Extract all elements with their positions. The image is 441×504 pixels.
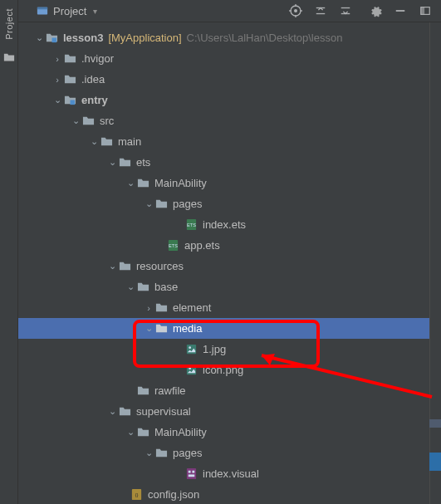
tree-label: MainAbility: [154, 426, 207, 438]
tree-label: pages: [173, 198, 202, 210]
tree-label: icon.png: [203, 364, 243, 376]
visual-file-icon: [184, 467, 198, 480]
chevron-down-icon[interactable]: ⌄: [143, 323, 154, 334]
tree-item-mainability[interactable]: ⌄ MainAbility: [18, 173, 441, 193]
minimize-icon[interactable]: [393, 3, 408, 18]
svg-rect-27: [192, 471, 194, 473]
svg-text:{}: {}: [135, 492, 138, 497]
svg-rect-26: [188, 471, 190, 473]
chevron-down-icon[interactable]: ⌄: [125, 427, 136, 438]
tree-item-resources[interactable]: ⌄ resources: [18, 256, 441, 276]
tree-label: 1.jpg: [203, 343, 226, 355]
tree-item-indexvisual[interactable]: · index.visual: [18, 463, 441, 484]
tree-item-media[interactable]: ⌄ media: [18, 318, 441, 339]
collapse-all-icon[interactable]: [338, 3, 353, 18]
svg-rect-21: [186, 345, 195, 354]
folder-icon: [154, 322, 168, 335]
svg-text:ETS: ETS: [169, 243, 178, 248]
folder-icon[interactable]: [3, 51, 15, 66]
project-view-title: Project: [53, 5, 86, 17]
tree-item-ets[interactable]: ⌄ ets: [18, 152, 441, 173]
folder-icon: [100, 135, 113, 148]
chevron-down-icon[interactable]: ⌄: [106, 406, 118, 417]
tree-item-supervisual[interactable]: ⌄ supervisual: [18, 401, 441, 422]
tree-label: index.visual: [203, 467, 259, 480]
tree-root[interactable]: ⌄ lesson3 [MyApplication] C:\Users\LalHa…: [18, 27, 441, 48]
tree-item-configjson[interactable]: · {} config.json: [18, 484, 441, 504]
project-tool-gutter[interactable]: Project: [0, 0, 18, 504]
folder-icon: [63, 73, 76, 86]
folder-icon: [154, 198, 168, 210]
chevron-down-icon[interactable]: ⌄: [143, 198, 154, 209]
chevron-down-icon[interactable]: ⌄: [106, 261, 118, 272]
tree-item-element[interactable]: › element: [18, 297, 441, 318]
root-name: lesson3: [63, 32, 103, 44]
svg-rect-23: [186, 365, 195, 374]
folder-icon: [136, 426, 149, 438]
tree-label: config.json: [148, 488, 199, 501]
svg-rect-14: [421, 7, 424, 15]
folder-icon: [136, 177, 149, 189]
chevron-down-icon[interactable]: ⌄: [33, 32, 45, 43]
project-view-selector[interactable]: Project ▾: [37, 5, 97, 17]
tree-item-iconpng[interactable]: · icon.png: [18, 360, 441, 380]
tree-label: index.ets: [203, 218, 246, 231]
chevron-down-icon[interactable]: ⌄: [125, 178, 136, 188]
tree-label: supervisual: [136, 405, 191, 418]
chevron-down-icon[interactable]: ⌄: [70, 115, 81, 126]
chevron-down-icon[interactable]: ⌄: [51, 95, 63, 105]
folder-icon: [118, 260, 131, 272]
module-icon: [45, 32, 58, 44]
tree-item-appets[interactable]: · ETS app.ets: [18, 235, 441, 256]
tree-label: app.ets: [184, 239, 220, 252]
tree-label: src: [100, 115, 114, 127]
chevron-right-icon[interactable]: ›: [51, 54, 63, 64]
chevron-down-icon[interactable]: ⌄: [88, 136, 100, 147]
chevron-right-icon[interactable]: ›: [143, 303, 154, 313]
tree-label: main: [118, 135, 141, 148]
project-tool-label: Project: [4, 8, 14, 40]
image-file-icon: [184, 343, 198, 355]
json-file-icon: {}: [130, 488, 143, 501]
folder-icon: [63, 52, 76, 65]
scroll-marker: [429, 419, 441, 428]
tree-label: entry: [81, 94, 108, 106]
tree-label: ets: [136, 156, 150, 169]
chevron-down-icon[interactable]: ⌄: [143, 448, 154, 458]
tree-item-base[interactable]: ⌄ base: [18, 276, 441, 297]
tree-label: rawfile: [154, 384, 186, 397]
image-file-icon: [184, 364, 198, 376]
tree-item-main[interactable]: ⌄ main: [18, 131, 441, 152]
tree-label: MainAbility: [154, 177, 207, 189]
svg-rect-28: [188, 474, 194, 477]
chevron-down-icon[interactable]: ⌄: [106, 157, 118, 168]
folder-icon: [154, 447, 168, 459]
tree-item-hvigor[interactable]: › .hvigor: [18, 48, 441, 69]
tree-item-pages2[interactable]: ⌄ pages: [18, 443, 441, 463]
tree-item-src[interactable]: ⌄ src: [18, 110, 441, 131]
tree-label: .hvigor: [81, 52, 114, 65]
tree-label: media: [173, 322, 202, 335]
tree-item-entry[interactable]: ⌄ entry: [18, 90, 441, 110]
tree-item-rawfile[interactable]: · rawfile: [18, 380, 441, 401]
svg-rect-1: [37, 7, 47, 10]
tree-item-indexets[interactable]: · ETS index.ets: [18, 214, 441, 235]
chevron-down-icon[interactable]: ⌄: [125, 281, 136, 292]
tree-item-pages[interactable]: ⌄ pages: [18, 193, 441, 214]
tree-item-1jpg[interactable]: · 1.jpg: [18, 339, 441, 360]
project-tree[interactable]: ⌄ lesson3 [MyApplication] C:\Users\LalHa…: [18, 22, 441, 504]
hide-icon[interactable]: [418, 3, 433, 18]
chevron-right-icon[interactable]: ›: [51, 75, 63, 85]
folder-icon: [118, 405, 131, 418]
root-project: [MyApplication]: [108, 32, 181, 44]
tree-item-idea[interactable]: › .idea: [18, 69, 441, 90]
gear-icon[interactable]: [368, 3, 383, 18]
folder-icon: [118, 156, 131, 169]
svg-rect-15: [51, 38, 56, 43]
expand-all-icon[interactable]: [313, 3, 328, 18]
target-icon[interactable]: [288, 3, 303, 18]
svg-rect-16: [70, 100, 75, 105]
project-toolbar: Project ▾: [18, 0, 441, 22]
svg-rect-25: [186, 468, 195, 479]
tree-item-mainability2[interactable]: ⌄ MainAbility: [18, 422, 441, 443]
